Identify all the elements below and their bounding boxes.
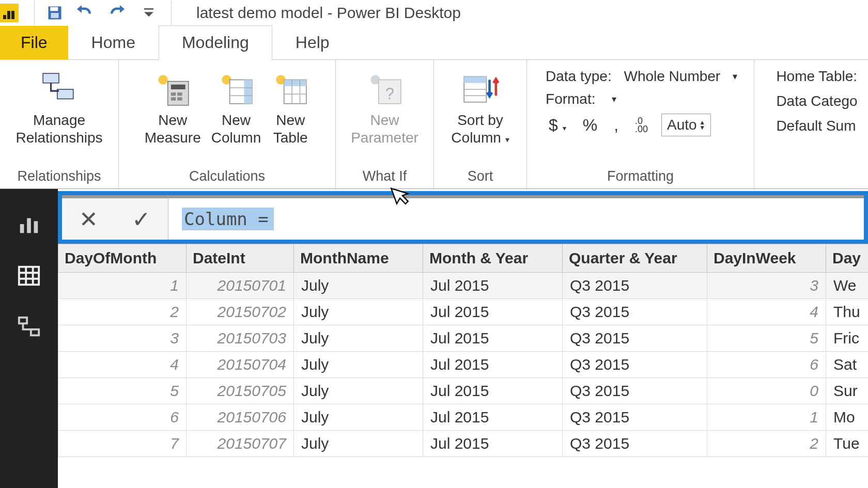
cell[interactable]: Sat <box>826 352 869 378</box>
window-title: latest demo model - Power BI Desktop <box>187 4 461 22</box>
table-row[interactable]: 720150707JulyJul 2015Q3 20152Tue <box>58 431 869 457</box>
cell[interactable]: July <box>294 431 423 457</box>
cell[interactable]: Jul 2015 <box>423 352 563 378</box>
column-header[interactable]: DayOfMonth <box>58 244 187 273</box>
svg-rect-20 <box>284 80 306 86</box>
data-type-value: Whole Number <box>624 68 720 85</box>
cell[interactable]: Q3 2015 <box>563 352 707 378</box>
table-row[interactable]: 320150703JulyJul 2015Q3 20155Fric <box>58 325 869 352</box>
thousands-separator-button[interactable]: , <box>611 116 622 135</box>
table-row[interactable]: 420150704JulyJul 2015Q3 20156Sat <box>58 352 869 378</box>
table-row[interactable]: 620150706JulyJul 2015Q3 20151Mo <box>58 404 869 431</box>
tab-file[interactable]: File <box>0 26 68 59</box>
cell[interactable]: 20150704 <box>187 352 294 378</box>
cell[interactable]: Q3 2015 <box>563 299 707 325</box>
cell[interactable]: 20150707 <box>187 431 294 457</box>
data-category-selector[interactable]: Data Catego <box>776 93 857 109</box>
cell[interactable]: 5 <box>707 325 826 352</box>
cell[interactable]: 0 <box>707 378 826 404</box>
manage-relationships-button[interactable]: Manage Relationships <box>10 68 107 147</box>
cell[interactable]: Jul 2015 <box>423 273 563 299</box>
new-parameter-icon: ? <box>366 70 404 108</box>
model-view-button[interactable] <box>14 313 43 342</box>
report-view-button[interactable] <box>14 210 43 239</box>
column-header[interactable]: DateInt <box>187 244 294 273</box>
table-row[interactable]: 220150702JulyJul 2015Q3 20154Thu <box>58 299 869 325</box>
cell[interactable]: Jul 2015 <box>423 431 563 457</box>
undo-button[interactable] <box>75 3 95 23</box>
format-selector[interactable]: Format: ▾ <box>546 91 737 107</box>
cell[interactable]: 5 <box>58 378 187 404</box>
cell[interactable]: 3 <box>58 325 187 352</box>
cell[interactable]: 4 <box>707 299 826 325</box>
new-measure-button[interactable]: New Measure <box>140 68 206 147</box>
cell[interactable]: Tue <box>826 431 869 457</box>
spinner-arrows-icon[interactable]: ▲▼ <box>699 120 705 130</box>
commit-formula-button[interactable]: ✓ <box>125 206 158 232</box>
cell[interactable]: Jul 2015 <box>423 404 563 431</box>
cell[interactable]: 20150701 <box>187 273 294 299</box>
cell[interactable]: 20150703 <box>187 325 294 352</box>
cell[interactable]: 2 <box>707 431 826 457</box>
cell[interactable]: Q3 2015 <box>563 273 707 299</box>
data-grid: DayOfMonth DateInt MonthName Month & Yea… <box>58 244 868 488</box>
column-header[interactable]: Quarter & Year <box>563 244 707 273</box>
currency-format-button[interactable]: $ ▾ <box>546 116 569 135</box>
new-column-button[interactable]: New Column <box>206 68 266 147</box>
column-header[interactable]: MonthName <box>294 244 423 273</box>
cell[interactable]: 1 <box>707 404 826 431</box>
cell[interactable]: Mo <box>826 404 869 431</box>
cell[interactable]: 6 <box>707 352 826 378</box>
cell[interactable]: 20150705 <box>187 378 294 404</box>
svg-rect-33 <box>34 221 38 233</box>
column-header[interactable]: Month & Year <box>423 244 563 273</box>
cell[interactable]: July <box>294 378 423 404</box>
data-type-selector[interactable]: Data type: Whole Number ▾ <box>546 68 737 85</box>
tab-help[interactable]: Help <box>272 25 353 59</box>
cell[interactable]: 7 <box>58 431 187 457</box>
cell[interactable]: July <box>294 404 423 431</box>
column-header[interactable]: Day <box>826 244 869 273</box>
home-table-selector[interactable]: Home Table: <box>776 68 857 85</box>
cell[interactable]: Q3 2015 <box>563 431 707 457</box>
tab-modeling[interactable]: Modeling <box>159 25 272 59</box>
cell[interactable]: Fric <box>826 325 869 352</box>
cell[interactable]: July <box>294 352 423 378</box>
tab-home[interactable]: Home <box>68 25 159 59</box>
save-button[interactable] <box>47 5 63 21</box>
cell[interactable]: Jul 2015 <box>423 325 563 352</box>
cell[interactable]: We <box>826 273 869 299</box>
sort-by-column-button[interactable]: Sort by Column ▾ <box>446 68 514 149</box>
cell[interactable]: Q3 2015 <box>563 404 707 431</box>
percent-format-button[interactable]: % <box>580 116 600 135</box>
data-view-button[interactable] <box>14 261 43 290</box>
cell[interactable]: Sur <box>826 378 869 404</box>
table-row[interactable]: 120150701JulyJul 2015Q3 20153We <box>58 273 869 299</box>
cell[interactable]: July <box>294 299 423 325</box>
cell[interactable]: Jul 2015 <box>423 299 563 325</box>
cell[interactable]: 20150706 <box>187 404 294 431</box>
svg-rect-39 <box>19 318 27 324</box>
cell[interactable]: 3 <box>707 273 826 299</box>
cell[interactable]: 6 <box>58 404 187 431</box>
cell[interactable]: Q3 2015 <box>563 378 707 404</box>
svg-rect-32 <box>27 218 31 233</box>
formula-input[interactable]: Column = <box>168 195 864 240</box>
cell[interactable]: Q3 2015 <box>563 325 707 352</box>
table-row[interactable]: 520150705JulyJul 2015Q3 20150Sur <box>58 378 869 404</box>
cell[interactable]: Jul 2015 <box>423 378 563 404</box>
redo-button[interactable] <box>107 3 127 23</box>
cell[interactable]: 20150702 <box>187 299 294 325</box>
cell[interactable]: July <box>294 273 423 299</box>
cell[interactable]: Thu <box>826 299 869 325</box>
cell[interactable]: 2 <box>58 299 187 325</box>
cell[interactable]: July <box>294 325 423 352</box>
cell[interactable]: 4 <box>58 352 187 378</box>
cell[interactable]: 1 <box>58 273 187 299</box>
cancel-formula-button[interactable]: ✕ <box>72 206 105 232</box>
decimal-places-input[interactable]: Auto ▲▼ <box>661 114 711 136</box>
new-table-button[interactable]: New Table <box>266 68 315 147</box>
column-header[interactable]: DayInWeek <box>707 244 826 273</box>
default-summarization-selector[interactable]: Default Sum <box>776 118 857 134</box>
qat-customize-button[interactable] <box>139 3 159 23</box>
